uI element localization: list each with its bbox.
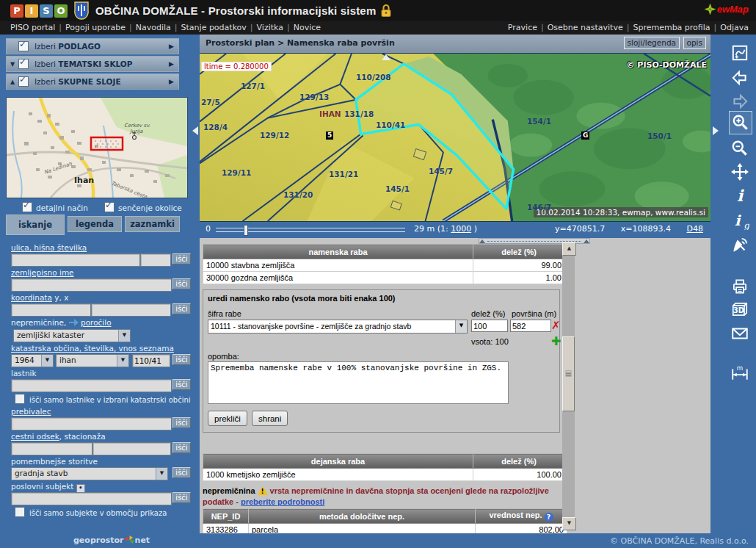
business-filter-option[interactable]: išči samo subjekte v območju prikaza xyxy=(15,507,167,517)
accordion-toggle-icon[interactable]: ▼ xyxy=(7,61,18,68)
accordion-tematski-sklop[interactable]: ▼ Izberi TEMATSKI SKLOP ▶ xyxy=(6,56,179,72)
cadastre-select[interactable]: zemljiški kataster▼ xyxy=(13,329,131,342)
menu-item[interactable]: Pravice xyxy=(508,23,537,32)
accordion-expand-icon[interactable]: ▶ xyxy=(169,60,174,68)
stationing-input[interactable] xyxy=(92,442,171,455)
area-input[interactable] xyxy=(510,320,551,332)
owner-filter-option[interactable]: išči samo lastnike v izbrani katastrski … xyxy=(15,394,191,404)
search-owner-button[interactable]: išči xyxy=(172,379,191,390)
search-road-button[interactable]: išči xyxy=(172,442,191,453)
details-link[interactable]: preberite podrobnosti xyxy=(241,497,324,506)
back-icon[interactable] xyxy=(729,67,751,89)
measure-icon[interactable]: m xyxy=(729,362,751,384)
menu-item[interactable]: Sprememba profila xyxy=(633,23,710,32)
menu-item[interactable]: Pogoji uporabe xyxy=(65,23,126,32)
option-detailed-mode[interactable]: detajlni način xyxy=(22,202,88,212)
report-link[interactable]: poročilo xyxy=(81,318,112,327)
menu-item[interactable]: Odjava xyxy=(720,23,749,32)
info-group-icon[interactable]: ig xyxy=(729,209,751,231)
search-resident-button[interactable]: išči xyxy=(172,417,191,428)
overview-map[interactable]: Cerkev sv. Jurija Ihan Na Ledinah Tabors… xyxy=(6,97,188,198)
search-business-button[interactable]: išči xyxy=(172,492,191,503)
scale-slider-thumb[interactable] xyxy=(244,225,248,236)
scroll-down-icon[interactable]: ▼ xyxy=(562,517,576,530)
coordinate-link[interactable]: koordinata xyxy=(11,293,52,302)
view-3d-icon[interactable]: 3D xyxy=(729,299,751,321)
search-parcel-button[interactable]: išči xyxy=(172,354,191,365)
tab-legenda[interactable]: legenda xyxy=(68,216,122,232)
ko-name-select[interactable]: ihan▼ xyxy=(56,354,129,367)
datum-link[interactable]: D48 xyxy=(687,224,703,234)
scroll-up-icon[interactable]: ▲ xyxy=(562,242,576,256)
menu-item[interactable]: Novice xyxy=(294,23,321,32)
accordion-skupne-sloje[interactable]: ▲ Izberi SKUPNE SLOJE ▶ xyxy=(6,73,179,90)
accordion-toggle-icon[interactable]: ▲ xyxy=(7,79,18,85)
road-section-link[interactable]: cestni odsek xyxy=(11,432,59,441)
search-placename-button[interactable]: išči xyxy=(172,278,191,289)
tab-zaznamki[interactable]: zaznamki xyxy=(125,216,180,232)
print-icon[interactable] xyxy=(729,275,751,298)
accordion-expand-icon[interactable]: ▶ xyxy=(169,43,174,50)
select-dropdown-icon[interactable]: ▼ xyxy=(118,330,130,342)
ko-number-select[interactable]: 1964▼ xyxy=(11,354,54,367)
cancel-button[interactable]: prekliči xyxy=(208,411,247,426)
panel-scrollbar[interactable]: ▲ ▼ xyxy=(562,242,575,530)
gps-icon[interactable] xyxy=(729,234,751,256)
scrollbar-thumb[interactable] xyxy=(562,336,575,411)
full-extent-icon[interactable] xyxy=(729,42,751,64)
map-view[interactable]: ltime = 0.280000 © PISO-DOMŽALE 10.02.20… xyxy=(200,53,710,222)
menu-item[interactable]: PISO portal xyxy=(10,23,55,32)
note-textarea[interactable]: Sprememba namenske rabe v 100% stanovanj… xyxy=(208,361,509,404)
checkbox-owner-filter[interactable] xyxy=(15,394,25,404)
accordion-checkbox[interactable] xyxy=(18,41,29,51)
scale-slider[interactable] xyxy=(216,228,405,232)
resident-input[interactable] xyxy=(11,417,172,430)
scale-ratio-link[interactable]: 1000 xyxy=(451,224,471,234)
road-section-input[interactable] xyxy=(11,442,92,455)
accordion-checkbox[interactable] xyxy=(18,59,29,69)
menu-item[interactable]: Navodila xyxy=(136,23,171,32)
street-input[interactable] xyxy=(11,253,140,267)
checkbox-shading[interactable] xyxy=(104,202,115,212)
pan-west-arrow[interactable] xyxy=(192,126,198,135)
checkbox-detailed-mode[interactable] xyxy=(22,202,32,212)
coordinate-x-input[interactable] xyxy=(91,303,171,317)
accordion-podlago[interactable]: Izberi PODLAGO ▶ xyxy=(6,38,179,54)
services-select[interactable]: gradnja stavb▼ xyxy=(11,467,168,480)
save-button[interactable]: shrani xyxy=(252,411,288,426)
info-icon[interactable]: i xyxy=(729,184,751,206)
tab-iskanje[interactable]: iskanje xyxy=(6,214,65,235)
search-coordinate-button[interactable]: išči xyxy=(172,303,191,314)
menu-item[interactable]: Stanje podatkov xyxy=(181,23,247,32)
add-row-icon[interactable]: ✚ xyxy=(551,334,561,348)
accordion-expand-icon[interactable]: ▶ xyxy=(169,78,174,85)
help-icon[interactable]: ? xyxy=(545,513,553,522)
menu-item[interactable]: Vizitka xyxy=(257,23,283,32)
search-services-button[interactable]: išči xyxy=(172,467,191,478)
owner-input[interactable] xyxy=(11,379,172,392)
pan-east-arrow[interactable] xyxy=(713,126,719,135)
pan-icon[interactable] xyxy=(729,161,751,183)
accordion-checkbox[interactable] xyxy=(18,76,29,87)
zoom-out-icon[interactable] xyxy=(729,137,751,159)
select-dropdown-icon[interactable]: ▼ xyxy=(156,468,167,480)
land-use-code-select[interactable]: 10111 - stanovanjske površine - zemljišč… xyxy=(208,320,468,334)
option-shading[interactable]: senčenje okolice xyxy=(104,202,182,212)
zoom-in-icon[interactable] xyxy=(729,111,752,134)
forward-icon[interactable] xyxy=(729,90,751,112)
business-input[interactable] xyxy=(11,492,172,505)
mail-icon[interactable] xyxy=(729,322,751,345)
pan-north-arrow[interactable] xyxy=(382,54,390,60)
delete-row-icon[interactable]: ✗ xyxy=(551,319,561,332)
select-dropdown-icon[interactable]: ▼ xyxy=(117,355,128,367)
house-number-input[interactable] xyxy=(140,253,171,267)
layers-legend-button[interactable]: sloji/legenda xyxy=(624,37,680,49)
share-input[interactable] xyxy=(471,320,508,332)
description-button[interactable]: opis xyxy=(683,37,706,49)
coordinate-y-input[interactable] xyxy=(11,303,91,317)
select-dropdown-icon[interactable]: ▼ xyxy=(455,320,467,333)
select-dropdown-icon[interactable]: ▼ xyxy=(41,355,53,367)
parcel-number-input[interactable] xyxy=(132,354,170,367)
menu-item[interactable]: Osebne nastavitve xyxy=(548,23,623,32)
placename-input[interactable] xyxy=(11,278,172,292)
